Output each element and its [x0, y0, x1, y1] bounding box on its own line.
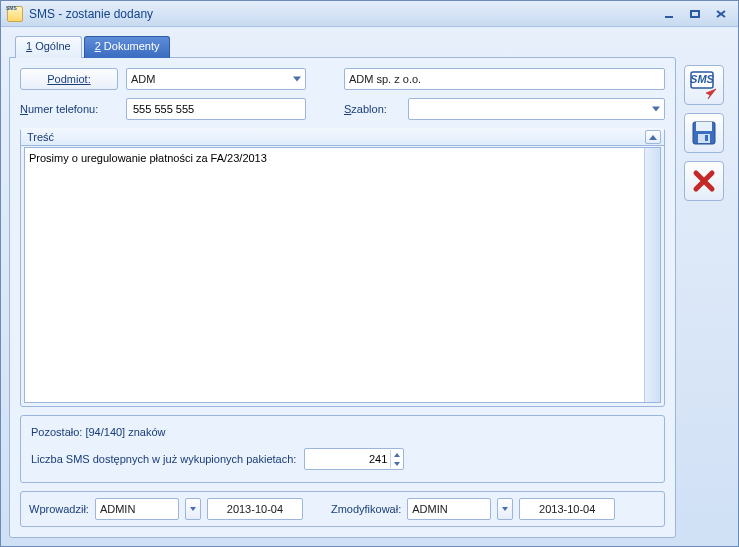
minimize-button[interactable]	[658, 6, 680, 22]
maximize-button[interactable]	[684, 6, 706, 22]
wprowadzil-label: Wprowadził:	[29, 503, 89, 515]
tresc-group: Treść	[20, 128, 665, 407]
footer-box: Pozostało: [94/140] znaków Liczba SMS do…	[20, 415, 665, 483]
wprowadzil-dropdown[interactable]	[185, 498, 201, 520]
podmiot-button[interactable]: Podmiot:	[20, 68, 118, 90]
sms-window: SMS - zostanie dodany 1 Ogólne 2 Dokumen…	[0, 0, 739, 547]
svg-rect-8	[698, 134, 710, 143]
szablon-label: Szablon:	[344, 103, 400, 115]
zmodyfikowal-dropdown[interactable]	[497, 498, 513, 520]
svg-text:SMS: SMS	[690, 73, 715, 85]
delete-button[interactable]	[684, 161, 724, 201]
side-toolbar: SMS	[684, 35, 730, 538]
main-panel: Podmiot: ADM ADM sp. z o.o. Numer telefo…	[9, 57, 676, 538]
chevron-down-icon	[293, 77, 301, 82]
podmiot-name-field[interactable]: ADM sp. z o.o.	[344, 68, 665, 90]
svg-rect-1	[691, 11, 699, 17]
tabstrip: 1 Ogólne 2 Dokumenty	[9, 35, 676, 57]
titlebar: SMS - zostanie dodany	[1, 1, 738, 27]
numer-input[interactable]	[126, 98, 306, 120]
zmodyfikowal-label: Zmodyfikował:	[331, 503, 401, 515]
pozostalo-label: Pozostało: [94/140] znaków	[31, 426, 654, 438]
svg-rect-7	[696, 122, 712, 131]
wprowadzil-user: ADMIN	[95, 498, 179, 520]
scrollbar[interactable]	[644, 148, 660, 402]
svg-rect-9	[705, 135, 708, 141]
tab-documents[interactable]: 2 Dokumenty	[84, 36, 171, 58]
send-sms-button[interactable]: SMS	[684, 65, 724, 105]
audit-row: Wprowadził: ADMIN 2013-10-04 Zmodyfikowa…	[20, 491, 665, 527]
window-title: SMS - zostanie dodany	[29, 7, 153, 21]
chevron-down-icon	[652, 107, 660, 112]
podmiot-code-combo[interactable]: ADM	[126, 68, 306, 90]
numer-label: Numer telefonu:	[20, 103, 118, 115]
zmodyfikowal-user: ADMIN	[407, 498, 491, 520]
tab-general[interactable]: 1 Ogólne	[15, 36, 82, 58]
wprowadzil-date: 2013-10-04	[207, 498, 303, 520]
tresc-legend: Treść	[21, 128, 664, 146]
spinner-up[interactable]	[390, 450, 402, 459]
spinner-down[interactable]	[390, 459, 402, 468]
save-button[interactable]	[684, 113, 724, 153]
close-button[interactable]	[710, 6, 732, 22]
szablon-combo[interactable]	[408, 98, 665, 120]
tresc-textarea[interactable]	[25, 148, 644, 402]
liczba-sms-spinner[interactable]: 241	[304, 448, 404, 470]
collapse-button[interactable]	[645, 130, 661, 144]
liczba-sms-label: Liczba SMS dostępnych w już wykupionych …	[31, 453, 296, 465]
window-icon	[7, 6, 23, 22]
zmodyfikowal-date: 2013-10-04	[519, 498, 615, 520]
